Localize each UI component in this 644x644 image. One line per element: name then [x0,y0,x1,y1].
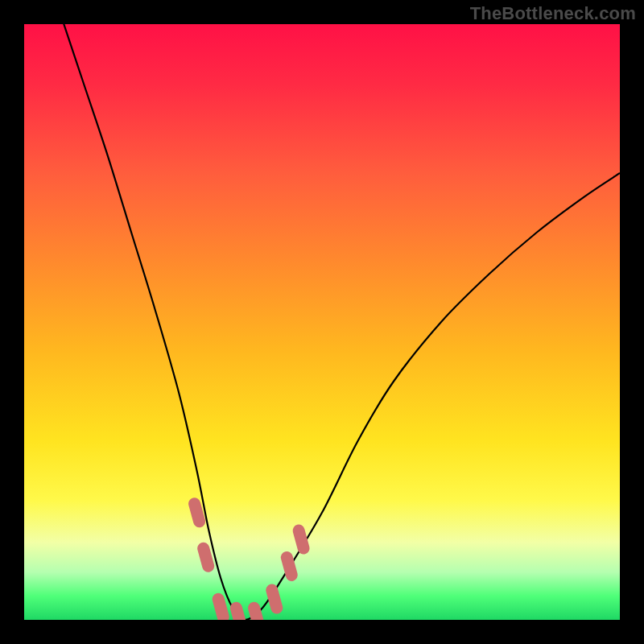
chart-frame: TheBottleneck.com [0,0,644,644]
watermark-text: TheBottleneck.com [470,3,636,24]
plot-area [24,24,620,620]
